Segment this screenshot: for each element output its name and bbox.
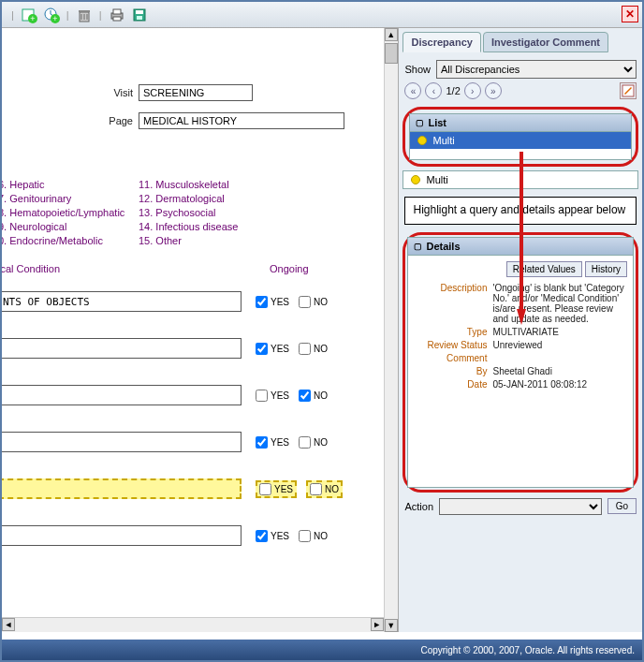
- status-dot-icon: [411, 175, 420, 184]
- category-item: 6. Hepatic: [2, 179, 139, 190]
- column-header: Ongoing: [270, 263, 309, 274]
- delete-icon[interactable]: [75, 6, 94, 24]
- category-item: 14. Infectious disease: [139, 221, 279, 232]
- go-button[interactable]: Go: [607, 498, 637, 514]
- visit-label: Visit: [2, 87, 133, 98]
- nav-next-button[interactable]: ›: [464, 82, 481, 99]
- nav-page-indicator: 1/2: [446, 85, 460, 96]
- category-item: 9. Neurological: [2, 221, 139, 232]
- category-item: 8. Hematopoietic/Lymphatic: [2, 207, 139, 218]
- status-dot-icon: [417, 136, 427, 145]
- condition-input[interactable]: [2, 478, 242, 499]
- condition-header: ical Condition Ongoing: [2, 263, 384, 274]
- no-checkbox[interactable]: NO: [306, 480, 343, 498]
- show-label: Show: [404, 64, 431, 75]
- detail-value: MULTIVARIATE: [492, 327, 627, 337]
- edit-icon[interactable]: [620, 82, 637, 99]
- svg-rect-15: [136, 10, 143, 14]
- svg-rect-7: [79, 10, 90, 12]
- yes-checkbox[interactable]: YES: [256, 296, 289, 308]
- no-checkbox[interactable]: NO: [299, 296, 328, 308]
- details-highlight-box: ▢ Details Related Values History Descrip…: [402, 232, 638, 493]
- category-item: 15. Other: [139, 235, 279, 246]
- svg-text:+: +: [30, 14, 35, 23]
- discrepancy-panel: Discrepancy Investigator Comment Show Al…: [398, 28, 642, 632]
- details-panel-header[interactable]: ▢ Details: [407, 237, 634, 256]
- condition-row: YESNO: [2, 469, 384, 508]
- condition-row: YESNO: [2, 282, 384, 321]
- yes-checkbox[interactable]: YES: [256, 343, 289, 355]
- detail-value: Unreviewed: [492, 340, 627, 350]
- no-checkbox[interactable]: NO: [299, 530, 328, 542]
- save-icon[interactable]: [130, 6, 149, 24]
- history-button[interactable]: History: [585, 261, 627, 277]
- page-label: Page: [2, 115, 133, 126]
- svg-rect-12: [113, 9, 121, 14]
- form-pane: Visit Page 6. Hepatic 7. Genitourinary 8…: [2, 28, 384, 632]
- close-button[interactable]: ✕: [622, 6, 638, 22]
- column-header: ical Condition: [2, 263, 270, 274]
- annotation-callout: Highlight a query and details appear bel…: [404, 197, 637, 225]
- condition-input[interactable]: [2, 385, 242, 405]
- detail-label: Type: [414, 327, 487, 337]
- copyright-text: Copyright © 2000, 2007, Oracle. All righ…: [420, 645, 635, 655]
- nav-prev-button[interactable]: ‹: [425, 82, 442, 99]
- condition-input[interactable]: [2, 338, 242, 359]
- collapse-icon[interactable]: ▢: [414, 242, 422, 251]
- detail-label: By: [414, 366, 487, 376]
- detail-value: 05-JAN-2011 08:08:12: [492, 379, 627, 390]
- svg-text:+: +: [52, 14, 57, 23]
- toolbar: | + + | | ✕: [2, 2, 642, 28]
- condition-row: YESNO: [2, 516, 384, 555]
- no-checkbox[interactable]: NO: [299, 343, 328, 355]
- add-record-icon[interactable]: +: [20, 6, 38, 24]
- page-field[interactable]: [139, 112, 344, 129]
- list-panel-header[interactable]: ▢ List: [409, 113, 632, 132]
- list-highlight-box: ▢ List Multi: [402, 107, 638, 167]
- action-select[interactable]: [439, 498, 602, 515]
- vertical-scrollbar-left[interactable]: ▲ ▼: [384, 28, 399, 632]
- add-time-icon[interactable]: +: [42, 6, 61, 24]
- detail-value: 'Ongoing' is blank but 'Category No.' an…: [492, 283, 627, 324]
- svg-rect-16: [137, 16, 142, 20]
- category-list: 6. Hepatic 7. Genitourinary 8. Hematopoi…: [2, 176, 384, 249]
- condition-input[interactable]: [2, 291, 242, 312]
- tab-discrepancy[interactable]: Discrepancy: [402, 32, 480, 52]
- toolbar-separator: |: [66, 9, 69, 21]
- detail-label: Review Status: [414, 340, 487, 350]
- nav-first-button[interactable]: «: [404, 82, 421, 99]
- yes-checkbox[interactable]: YES: [256, 480, 297, 498]
- collapse-icon[interactable]: ▢: [416, 118, 424, 127]
- yes-checkbox[interactable]: YES: [256, 530, 289, 542]
- horizontal-scrollbar[interactable]: ◄ ►: [2, 617, 384, 632]
- yes-checkbox[interactable]: YES: [256, 390, 289, 402]
- detail-label: Description: [414, 283, 487, 324]
- detail-value: Sheetal Ghadi: [492, 366, 627, 376]
- condition-row: YESNO: [2, 329, 384, 368]
- category-item: 0. Endocrine/Metabolic: [2, 235, 139, 246]
- nav-last-button[interactable]: »: [485, 82, 502, 99]
- action-label: Action: [404, 501, 433, 512]
- condition-input[interactable]: [2, 432, 242, 452]
- condition-row: YESNO: [2, 422, 384, 462]
- visit-field[interactable]: [139, 84, 253, 101]
- list-item[interactable]: Multi: [403, 171, 637, 188]
- show-select[interactable]: All Discrepancies: [436, 60, 637, 79]
- no-checkbox[interactable]: NO: [299, 390, 328, 402]
- condition-input[interactable]: [2, 525, 242, 546]
- detail-value: [492, 353, 627, 363]
- condition-row: YESNO: [2, 375, 384, 415]
- toolbar-separator: |: [11, 9, 14, 21]
- list-item[interactable]: Multi: [410, 132, 631, 149]
- print-icon[interactable]: [108, 6, 126, 24]
- category-item: 11. Musculoskeletal: [139, 179, 279, 190]
- category-item: 13. Psychosocial: [139, 207, 279, 218]
- tab-investigator[interactable]: Investigator Comment: [483, 32, 608, 52]
- related-values-button[interactable]: Related Values: [506, 261, 582, 277]
- no-checkbox[interactable]: NO: [299, 436, 328, 449]
- footer: Copyright © 2000, 2007, Oracle. All righ…: [2, 640, 642, 660]
- category-item: 12. Dermatological: [139, 193, 279, 204]
- detail-label: Comment: [414, 353, 487, 363]
- yes-checkbox[interactable]: YES: [256, 436, 289, 449]
- svg-rect-13: [113, 17, 121, 21]
